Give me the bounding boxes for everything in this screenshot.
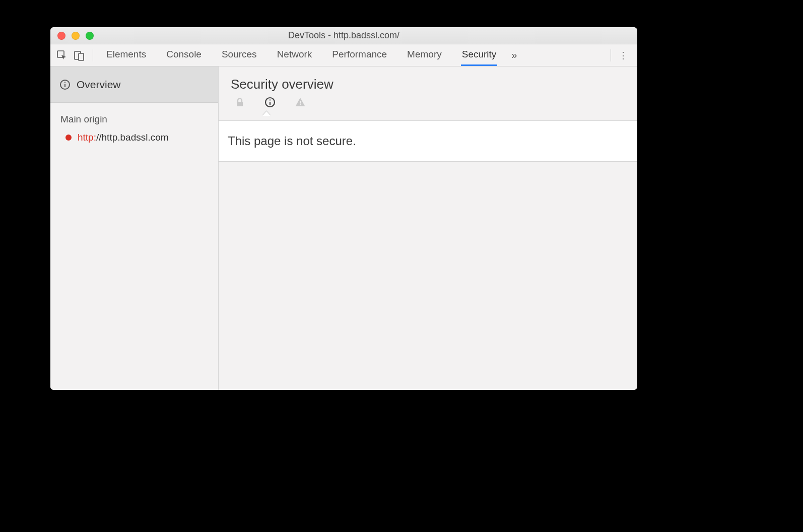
svg-rect-2 — [79, 53, 84, 60]
security-main-panel: Security overview — [219, 66, 637, 390]
toolbar-divider-right — [611, 49, 611, 61]
tab-memory[interactable]: Memory — [406, 44, 443, 66]
svg-point-9 — [270, 99, 271, 100]
insecure-status-dot-icon — [65, 135, 72, 141]
minimize-window-button[interactable] — [72, 32, 80, 40]
origin-url: http://http.badssl.com — [78, 132, 169, 143]
zoom-window-button[interactable] — [86, 32, 94, 40]
origin-url-rest: //http.badssl.com — [96, 132, 169, 143]
tab-console[interactable]: Console — [165, 44, 203, 66]
origin-url-scheme: http: — [78, 132, 96, 143]
devtools-toolbar: Elements Console Sources Network Perform… — [50, 44, 637, 66]
main-header: Security overview — [219, 66, 637, 120]
panel-tabs: Elements Console Sources Network Perform… — [99, 44, 497, 66]
close-window-button[interactable] — [57, 32, 65, 40]
window-titlebar: DevTools - http.badssl.com/ — [50, 27, 637, 44]
info-icon — [264, 96, 276, 108]
svg-rect-11 — [300, 104, 301, 105]
sidebar-overview-label: Overview — [77, 79, 121, 91]
inspect-element-icon[interactable] — [54, 48, 70, 63]
security-status-icons — [231, 92, 625, 108]
tab-security[interactable]: Security — [461, 44, 498, 66]
toolbar-divider — [93, 49, 93, 61]
panel-body: Overview Main origin http://http.badssl.… — [50, 66, 637, 390]
window-title: DevTools - http.badssl.com/ — [50, 30, 637, 41]
main-empty-area — [219, 162, 637, 390]
tab-network[interactable]: Network — [276, 44, 313, 66]
devtools-window: DevTools - http.badssl.com/ Elements Con… — [50, 27, 637, 390]
sidebar-overview-item[interactable]: Overview — [50, 66, 218, 103]
security-sidebar: Overview Main origin http://http.badssl.… — [50, 66, 219, 390]
svg-rect-6 — [237, 102, 243, 106]
device-toolbar-icon[interactable] — [72, 48, 87, 63]
svg-point-5 — [64, 82, 65, 83]
info-icon — [59, 79, 71, 90]
tab-sources[interactable]: Sources — [221, 44, 258, 66]
window-controls — [50, 32, 94, 40]
sidebar-section-label: Main origin — [50, 103, 218, 130]
status-pointer-icon — [262, 110, 271, 115]
security-overview-title: Security overview — [231, 77, 625, 92]
warning-triangle-icon — [294, 96, 306, 108]
tabs-overflow-icon[interactable]: » — [511, 49, 517, 61]
lock-icon — [234, 96, 246, 108]
tab-elements[interactable]: Elements — [105, 44, 147, 66]
security-message: This page is not secure. — [219, 120, 637, 162]
origin-list-item[interactable]: http://http.badssl.com — [50, 130, 218, 145]
kebab-menu-icon[interactable]: ⋮ — [618, 50, 628, 61]
tab-performance[interactable]: Performance — [331, 44, 388, 66]
svg-rect-10 — [300, 101, 301, 104]
